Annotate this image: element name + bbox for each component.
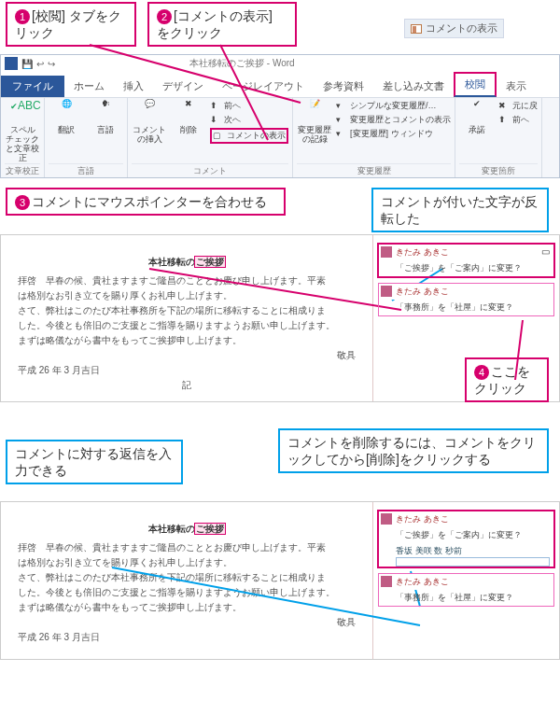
info-delete: コメントを削除するには、コメントをクリックしてから[削除]をクリックする bbox=[278, 428, 549, 473]
callout-4: 4ここをクリック bbox=[465, 357, 549, 402]
tab-file[interactable]: ファイル bbox=[1, 76, 64, 97]
commented-text[interactable]: ご挨拶 bbox=[195, 524, 225, 534]
comment-author: きたみ あきこ bbox=[379, 284, 553, 300]
spell-check-button[interactable]: ✔ABC スペル チェックと文章校正 bbox=[5, 100, 40, 163]
delete-comment-button[interactable]: ✖削除 bbox=[171, 100, 206, 135]
tab-mailings[interactable]: 差し込み文書 bbox=[373, 76, 454, 97]
doc-title: 本社移転のご挨拶 bbox=[18, 523, 356, 536]
tab-insert[interactable]: 挿入 bbox=[114, 76, 153, 97]
comment-2[interactable]: きたみ あきこ 「事務所」を「社屋」に変更？ bbox=[379, 574, 553, 606]
reject-button[interactable]: ✖元に戻 bbox=[498, 100, 538, 112]
comment-author: きたみ あきこ bbox=[379, 511, 553, 527]
info-highlight: コメントが付いた文字が反転した bbox=[371, 188, 549, 232]
group-language: 🌐翻訳 🗣言語 言語 bbox=[45, 98, 128, 177]
comment-2[interactable]: きたみ あきこ 「事務所」を「社屋」に変更？ bbox=[379, 284, 553, 315]
word-window: 💾 ↩ ↪ 本社移転のご挨拶 - Word ファイル ホーム 挿入 デザイン ペ… bbox=[0, 54, 560, 178]
commented-text[interactable]: ご挨拶 bbox=[195, 257, 225, 267]
badge-3: 3 bbox=[15, 195, 30, 210]
display-mode-dropdown[interactable]: ▾シンプルな変更履歴/… bbox=[336, 100, 451, 112]
language-button[interactable]: 🗣言語 bbox=[88, 100, 123, 135]
prev-change-button[interactable]: ⬆前へ bbox=[498, 114, 538, 126]
window-title: 本社移転のご挨拶 - Word bbox=[189, 57, 295, 70]
quick-access-toolbar: 💾 ↩ ↪ 本社移転のご挨拶 - Word bbox=[1, 55, 559, 72]
callout-3: 3コメントにマウスポインターを合わせる bbox=[6, 188, 286, 216]
qat-undo-icon[interactable]: ↩ bbox=[36, 59, 44, 69]
reply-input[interactable] bbox=[396, 557, 550, 567]
group-tracking: 📝変更履歴の記録 ▾シンプルな変更履歴/… ▾変更履歴とコメントの表示 ▾[変更… bbox=[293, 98, 455, 177]
reply-icon[interactable]: ▭ bbox=[541, 246, 550, 257]
ribbon-tabs: ファイル ホーム 挿入 デザイン ページレイアウト 参考資料 差し込み文書 校閲… bbox=[1, 72, 559, 97]
translate-button[interactable]: 🌐翻訳 bbox=[49, 100, 84, 135]
document-page: 本社移転のご挨拶 拝啓 早春の候、貴社ますますご隆昌のこととお慶び申し上げます。… bbox=[1, 235, 372, 401]
document-view-2: 本社移転のご挨拶 拝啓 早春の候、貴社ますますご隆昌のこととお慶び申し上げます。… bbox=[0, 501, 560, 660]
badge-4: 4 bbox=[474, 365, 489, 380]
comment-icon bbox=[411, 24, 422, 34]
show-markup-button[interactable]: ▾変更履歴とコメントの表示 bbox=[336, 114, 451, 126]
new-comment-button[interactable]: 💬コメントの挿入 bbox=[132, 100, 167, 145]
next-comment-button[interactable]: ⬇次へ bbox=[210, 114, 288, 126]
tab-view[interactable]: 表示 bbox=[497, 76, 536, 97]
show-comments-button[interactable]: ▢コメントの表示 bbox=[210, 128, 288, 144]
doc-title: 本社移転のご挨拶 bbox=[18, 256, 356, 269]
comment-author: きたみ あきこ bbox=[379, 245, 553, 260]
badge-2: 2 bbox=[157, 9, 172, 24]
tab-references[interactable]: 参考資料 bbox=[314, 76, 373, 97]
ribbon: ✔ABC スペル チェックと文章校正 文章校正 🌐翻訳 🗣言語 言語 💬コメント… bbox=[1, 97, 559, 177]
comment-1[interactable]: きたみ あきこ 「ご挨拶」を「ご案内」に変更？ 香坂 美咲 数 秒前 bbox=[379, 511, 553, 567]
tab-design[interactable]: デザイン bbox=[153, 76, 213, 97]
group-comments: 💬コメントの挿入 ✖削除 ⬆前へ ⬇次へ ▢コメントの表示 コメント bbox=[128, 98, 293, 177]
info-reply: コメントに対する返信を入力できる bbox=[6, 440, 183, 484]
qat-redo-icon[interactable]: ↪ bbox=[48, 59, 55, 69]
show-comments-sample-button: コメントの表示 bbox=[404, 19, 504, 38]
tab-review[interactable]: 校閲 bbox=[454, 72, 497, 97]
comment-icon: ▢ bbox=[213, 131, 224, 142]
tab-home[interactable]: ホーム bbox=[64, 76, 114, 97]
qat-save-icon[interactable]: 💾 bbox=[21, 59, 33, 69]
comments-pane: きたみ あきこ 「ご挨拶」を「ご案内」に変更？ 香坂 美咲 数 秒前 きたみ あ… bbox=[372, 502, 559, 659]
track-changes-button[interactable]: 📝変更履歴の記録 bbox=[297, 100, 332, 145]
reply-author: 香坂 美咲 数 秒前 bbox=[396, 545, 550, 557]
document-page: 本社移転のご挨拶 拝啓 早春の候、貴社ますますご隆昌のこととお慶び申し上げます。… bbox=[1, 502, 372, 659]
group-changes: ✔承諾 ✖元に戻 ⬆前へ 変更箇所 bbox=[455, 98, 542, 177]
accept-button[interactable]: ✔承諾 bbox=[459, 100, 495, 135]
tab-layout[interactable]: ページレイアウト bbox=[213, 76, 314, 97]
callout-1: 1[校閲] タブをクリック bbox=[6, 2, 136, 47]
word-icon bbox=[5, 57, 18, 70]
callout-2: 2[コメントの表示] をクリック bbox=[147, 2, 297, 47]
badge-1: 1 bbox=[15, 9, 30, 24]
group-proofing: ✔ABC スペル チェックと文章校正 文章校正 bbox=[1, 98, 45, 177]
comment-1[interactable]: きたみ あきこ 「ご挨拶」を「ご案内」に変更？ ▭ bbox=[379, 245, 553, 276]
prev-comment-button[interactable]: ⬆前へ bbox=[210, 100, 288, 112]
comment-author: きたみ あきこ bbox=[379, 574, 553, 590]
reviewing-pane-button[interactable]: ▾[変更履歴] ウィンドウ bbox=[336, 128, 451, 140]
